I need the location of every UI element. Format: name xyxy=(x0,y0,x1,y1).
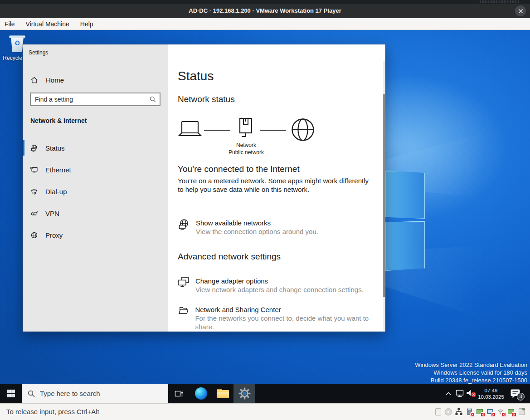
sound-device-icon[interactable] xyxy=(476,408,484,416)
task-view-icon xyxy=(174,389,184,398)
vmware-status-message: To release input, press Ctrl+Alt xyxy=(6,404,99,420)
change-adapter-options-link[interactable]: Change adapter options View network adap… xyxy=(178,277,364,294)
network-device-icon xyxy=(238,117,254,138)
wifi-device-icon[interactable] xyxy=(496,408,505,416)
watermark-line: Windows License valid for 180 days xyxy=(415,369,527,376)
vmware-titlebar: AD-DC - 192.168.1.200 - VMware Workstati… xyxy=(0,4,530,18)
diagram-connector xyxy=(260,130,286,131)
usb-device-icon[interactable] xyxy=(465,408,473,416)
adapter-options-icon xyxy=(178,277,190,288)
network-adapter-icon[interactable] xyxy=(455,408,463,416)
task-view-button[interactable] xyxy=(168,384,190,403)
find-a-setting-box xyxy=(30,93,160,106)
network-status-icon xyxy=(30,144,38,152)
tray-show-hidden-icons-button[interactable] xyxy=(443,384,453,403)
sidebar-item-proxy[interactable]: Proxy xyxy=(23,224,168,246)
link-title: Show available networks xyxy=(196,219,318,227)
tray-network-icon[interactable] xyxy=(454,384,465,403)
find-a-setting-input[interactable] xyxy=(35,93,144,105)
ethernet-network-icon xyxy=(455,390,464,397)
proxy-globe-icon xyxy=(30,231,38,239)
network-sharing-center-link[interactable]: Network and Sharing Center For the netwo… xyxy=(178,305,385,331)
start-button[interactable] xyxy=(0,384,22,403)
link-subtitle: View the connection options around you. xyxy=(196,227,318,236)
laptop-icon xyxy=(178,121,202,138)
link-text: Change adapter options View network adap… xyxy=(195,277,364,294)
vmware-close-button[interactable] xyxy=(515,5,526,16)
windows-logo-icon xyxy=(7,390,15,397)
sidebar-item-label: Status xyxy=(45,144,65,152)
file-explorer-icon xyxy=(217,389,229,398)
background-window-sliver xyxy=(0,0,530,4)
connection-heading: You’re connected to the Internet xyxy=(178,164,300,174)
settings-content: Status Network status xyxy=(168,44,385,332)
sidebar-item-home[interactable]: Home xyxy=(30,73,64,87)
sidebar-item-dialup[interactable]: Dial-up xyxy=(23,181,168,202)
file-explorer-button[interactable] xyxy=(212,384,233,403)
scrollbar-track[interactable] xyxy=(383,61,385,331)
link-text: Network and Sharing Center For the netwo… xyxy=(195,305,385,331)
background-window-text-fragment xyxy=(480,0,520,3)
sidebar-item-label: Proxy xyxy=(45,231,63,239)
link-subtitle: For the networks you connect to, decide … xyxy=(195,314,385,331)
cd-drive-icon[interactable] xyxy=(444,408,452,416)
network-name-label: Network xyxy=(221,142,271,149)
dialup-icon xyxy=(30,188,38,195)
sidebar-item-ethernet[interactable]: Ethernet xyxy=(23,159,168,181)
scrollbar-thumb[interactable] xyxy=(383,94,385,297)
close-icon xyxy=(518,9,523,14)
watermark-line: Build 20348.fe_release.210507-1500 xyxy=(415,376,527,384)
link-subtitle: View network adapters and change connect… xyxy=(195,285,364,294)
wallpaper-windows-logo-pane xyxy=(385,221,425,271)
chevron-up-icon xyxy=(445,391,452,396)
available-networks-icon xyxy=(178,219,190,231)
show-available-networks-link[interactable]: Show available networks View the connect… xyxy=(178,219,318,236)
sidebar-item-vpn[interactable]: VPN xyxy=(23,202,168,224)
taskbar-clock[interactable]: 07:49 10.03.2025 xyxy=(477,384,505,403)
network-status-heading: Network status xyxy=(178,94,235,104)
connection-body: You’re on a metered network. Some apps m… xyxy=(178,176,373,194)
sidebar-item-label: Dial-up xyxy=(45,188,67,195)
sharing-center-icon xyxy=(178,305,189,317)
diagram-connector xyxy=(204,130,230,131)
sidebar-item-label: VPN xyxy=(45,210,59,217)
wallpaper-windows-logo-pane xyxy=(385,171,425,219)
vm-desktop: ♻ Recycle Bin Windows Server 2022 Standa… xyxy=(0,30,530,403)
message-log-icon[interactable] xyxy=(517,408,525,416)
edge-browser-button[interactable] xyxy=(190,384,212,403)
home-icon xyxy=(30,76,38,84)
vmware-device-indicators xyxy=(434,404,525,420)
sidebar-section-header: Network & Internet xyxy=(30,117,87,124)
settings-app-button[interactable] xyxy=(233,384,255,403)
vmware-menubar: File Virtual Machine Help xyxy=(0,18,530,30)
edge-icon xyxy=(195,387,207,400)
tray-volume-muted-icon[interactable] xyxy=(466,384,477,403)
sidebar-item-status[interactable]: Status xyxy=(23,137,168,159)
taskbar-search-box[interactable] xyxy=(22,384,168,403)
link-text: Show available networks View the connect… xyxy=(196,219,318,236)
speaker-mute-icon xyxy=(466,389,477,398)
link-title: Change adapter options xyxy=(195,277,364,285)
menu-virtual-machine[interactable]: Virtual Machine xyxy=(26,20,69,28)
vpn-icon xyxy=(30,210,38,217)
hdd-icon[interactable] xyxy=(434,408,442,416)
selected-indicator xyxy=(23,140,24,156)
sidebar-item-label: Ethernet xyxy=(45,166,71,174)
internet-globe-icon xyxy=(291,117,315,142)
action-center-button[interactable]: 3 xyxy=(506,384,525,403)
watermark-line: Windows Server 2022 Standard Evaluation xyxy=(415,361,527,369)
menu-file[interactable]: File xyxy=(5,20,15,28)
settings-window: Settings Ho xyxy=(23,44,385,332)
settings-window-title: Settings xyxy=(29,49,48,56)
display-device-icon[interactable] xyxy=(486,408,494,416)
notification-count-badge: 3 xyxy=(517,393,525,400)
windows-watermark: Windows Server 2022 Standard Evaluation … xyxy=(415,361,527,384)
search-icon xyxy=(150,96,156,104)
menu-help[interactable]: Help xyxy=(80,20,93,28)
diagram-labels: Network Public network xyxy=(221,142,271,156)
clock-time: 07:49 xyxy=(477,387,505,394)
sidebar-home-label: Home xyxy=(46,76,64,84)
usb-controller-icon[interactable] xyxy=(507,408,515,416)
gear-icon xyxy=(238,387,251,400)
taskbar-search-input[interactable] xyxy=(40,390,153,397)
